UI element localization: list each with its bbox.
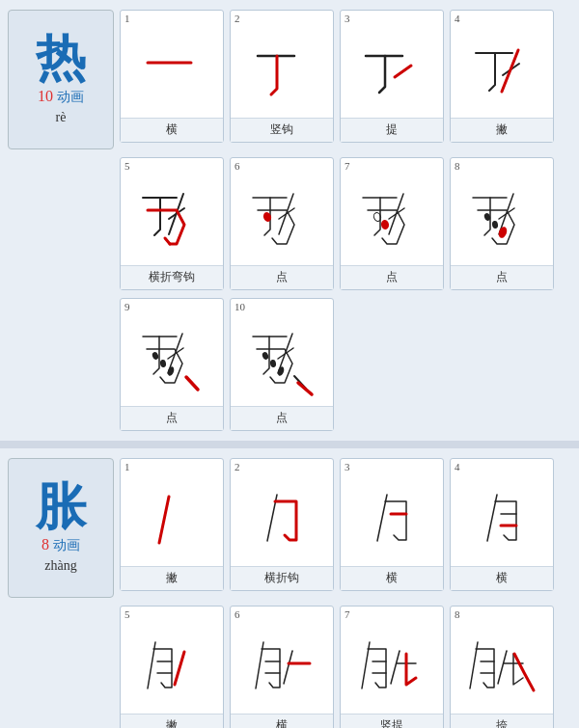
svg-line-6 xyxy=(502,50,518,92)
zhang-stroke-count: 8 动画 xyxy=(41,536,80,554)
zhang-stroke-name-2: 横折钩 xyxy=(231,566,333,590)
stroke-img-8 xyxy=(454,174,550,265)
zhang-stroke-card-4[interactable]: 4 横 xyxy=(450,458,554,591)
svg-line-59 xyxy=(391,651,400,684)
stroke-name-4: 撇 xyxy=(451,118,553,142)
svg-point-36 xyxy=(269,359,276,367)
svg-point-23 xyxy=(491,220,498,229)
zhang-stroke-name-5: 撇 xyxy=(121,714,223,728)
zhang-stroke-name-4: 横 xyxy=(451,566,553,590)
svg-point-30 xyxy=(166,365,175,376)
stroke-img-2 xyxy=(234,26,330,118)
zhang-stroke-img-8 xyxy=(454,622,550,714)
re-char-card[interactable]: 热 10 动画 rè xyxy=(8,10,114,149)
zhang-stroke-num-4: 4 xyxy=(451,459,464,474)
stroke-img-3 xyxy=(344,26,440,118)
re-stroke-count: 10 动画 xyxy=(38,88,84,106)
svg-point-13 xyxy=(262,210,273,222)
zhang-stroke-num-6: 6 xyxy=(231,607,244,622)
stroke-name-2: 竖钩 xyxy=(231,118,333,142)
zhang-stroke-card-8[interactable]: 8 捺 xyxy=(450,606,554,728)
zhang-stroke-name-1: 撇 xyxy=(121,566,223,590)
svg-point-37 xyxy=(276,365,285,376)
stroke-img-9 xyxy=(124,314,220,406)
zhang-row-2: 5 撇 6 xyxy=(120,606,571,728)
stroke-num-10: 10 xyxy=(231,299,249,314)
svg-point-18 xyxy=(380,219,390,229)
zhang-stroke-img-5 xyxy=(124,622,220,714)
zhang-section: 胀 8 动画 zhàng 1 撇 2 xyxy=(0,448,579,728)
stroke-card-5[interactable]: 5 横折弯钩 xyxy=(120,157,224,290)
zhang-stroke-card-1[interactable]: 1 撇 xyxy=(120,458,224,591)
zhang-stroke-name-6: 横 xyxy=(231,714,333,728)
svg-line-12 xyxy=(279,194,293,234)
stroke-name-8: 点 xyxy=(451,265,553,289)
svg-line-9 xyxy=(169,194,183,234)
zhang-stroke-name-3: 横 xyxy=(341,566,443,590)
stroke-card-10[interactable]: 10 点 xyxy=(230,298,334,431)
stroke-card-1[interactable]: 1 横 xyxy=(120,10,224,143)
zhang-char: 胀 xyxy=(36,482,86,532)
zhang-stroke-card-2[interactable]: 2 横折钩 xyxy=(230,458,334,591)
re-row-3: 9 点 10 xyxy=(120,298,571,431)
zhang-stroke-card-5[interactable]: 5 撇 xyxy=(120,606,224,728)
stroke-img-10 xyxy=(234,314,330,406)
zhang-stroke-num-3: 3 xyxy=(341,459,354,474)
stroke-name-10: 点 xyxy=(231,406,333,430)
zhang-stroke-num-1: 1 xyxy=(121,459,134,474)
stroke-name-6: 点 xyxy=(231,265,333,289)
stroke-num-8: 8 xyxy=(451,158,464,174)
zhang-stroke-card-7[interactable]: 7 竖提 xyxy=(340,606,444,728)
stroke-num-1: 1 xyxy=(121,11,134,26)
re-char: 热 xyxy=(36,34,86,84)
stroke-card-7[interactable]: 7 点 xyxy=(340,157,444,290)
stroke-num-4: 4 xyxy=(451,11,464,26)
stroke-num-3: 3 xyxy=(341,11,354,26)
zhang-stroke-img-3 xyxy=(344,474,440,566)
svg-line-31 xyxy=(186,377,198,390)
svg-point-29 xyxy=(159,359,166,367)
zhang-char-card[interactable]: 胀 8 动画 zhàng xyxy=(8,458,114,598)
svg-point-28 xyxy=(152,351,159,361)
stroke-card-3[interactable]: 3 提 xyxy=(340,10,444,143)
zhang-stroke-num-8: 8 xyxy=(451,607,464,622)
stroke-num-9: 9 xyxy=(121,299,134,314)
stroke-name-7: 点 xyxy=(341,265,443,289)
svg-line-39 xyxy=(298,383,312,394)
stroke-name-9: 点 xyxy=(121,406,223,430)
stroke-img-4 xyxy=(454,26,550,118)
stroke-img-5 xyxy=(124,174,220,265)
zhang-stroke-name-7: 竖提 xyxy=(341,714,443,728)
stroke-card-8[interactable]: 8 点 xyxy=(450,157,554,290)
zhang-stroke-name-8: 捺 xyxy=(451,714,553,728)
stroke-card-4[interactable]: 4 撇 xyxy=(450,10,554,143)
zhang-pinyin: zhàng xyxy=(44,558,76,574)
stroke-card-9[interactable]: 9 点 xyxy=(120,298,224,431)
svg-line-50 xyxy=(175,652,184,685)
stroke-card-2[interactable]: 2 竖钩 xyxy=(230,10,334,143)
svg-line-54 xyxy=(284,651,292,684)
re-pinyin: rè xyxy=(56,110,67,125)
re-row-1: 热 10 动画 rè 1 横 2 xyxy=(8,10,571,149)
stroke-name-3: 提 xyxy=(341,118,443,142)
re-row-2: 5 横折弯钩 6 xyxy=(120,157,571,290)
re-section: 热 10 动画 rè 1 横 2 xyxy=(0,0,579,441)
zhang-stroke-img-4 xyxy=(454,474,550,566)
zhang-stroke-img-1 xyxy=(124,474,220,566)
svg-point-24 xyxy=(497,225,509,238)
stroke-name-5: 横折弯钩 xyxy=(121,265,223,289)
section-divider xyxy=(0,441,579,448)
stroke-img-7 xyxy=(344,174,440,265)
zhang-stroke-card-6[interactable]: 6 横 xyxy=(230,606,334,728)
zhang-stroke-num-5: 5 xyxy=(121,607,134,622)
svg-line-16 xyxy=(389,194,403,234)
stroke-img-6 xyxy=(234,174,330,265)
stroke-img-1 xyxy=(124,26,220,118)
stroke-num-6: 6 xyxy=(231,158,244,174)
svg-point-35 xyxy=(262,351,269,361)
zhang-stroke-num-7: 7 xyxy=(341,607,354,622)
zhang-stroke-img-7 xyxy=(344,622,440,714)
zhang-stroke-img-2 xyxy=(234,474,330,566)
stroke-card-6[interactable]: 6 点 xyxy=(230,157,334,290)
zhang-stroke-card-3[interactable]: 3 横 xyxy=(340,458,444,591)
